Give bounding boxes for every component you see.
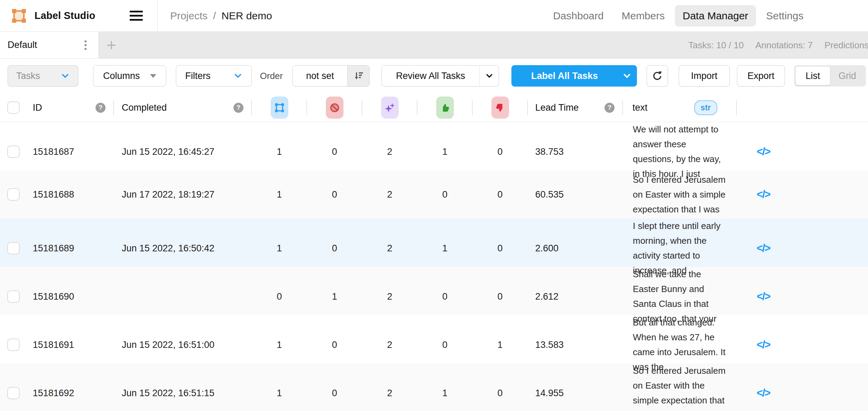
table-row[interactable]: 15181691 Jun 15 2022, 16:51:00 1 0 2 0 1… — [0, 315, 868, 363]
column-header-rejected[interactable] — [472, 93, 528, 122]
row-checkbox[interactable] — [7, 146, 20, 158]
column-type-badge: str — [694, 100, 717, 115]
rejected-count: 0 — [472, 189, 528, 200]
task-id: 15181689 — [26, 243, 114, 254]
app-header: Label Studio Projects / NER demo Dashboa… — [0, 0, 868, 32]
annotations-count: 0 — [252, 291, 307, 302]
hamburger-menu-icon[interactable] — [130, 11, 143, 21]
annotations-count: 1 — [252, 147, 307, 157]
label-all-dropdown-toggle[interactable] — [617, 66, 637, 86]
sort-direction-button[interactable] — [347, 66, 369, 86]
import-label: Import — [691, 71, 718, 81]
column-header-cancelled[interactable] — [307, 93, 362, 122]
column-header-lead-time[interactable]: Lead Time ? — [528, 93, 623, 122]
view-list-button[interactable]: List — [796, 67, 830, 85]
rejected-count: 1 — [472, 340, 528, 350]
task-text-snippet: So I entered Jerusalem on Easter with a … — [623, 172, 737, 217]
row-checkbox[interactable] — [7, 339, 20, 351]
column-header-predictions[interactable] — [362, 93, 417, 122]
predictions-count: 2 — [362, 147, 417, 157]
column-header-completed[interactable]: Completed ? — [114, 93, 252, 122]
task-completed: Jun 15 2022, 16:50:42 — [114, 243, 252, 254]
lead-time: 14.955 — [528, 388, 623, 399]
table-row[interactable]: 15181688 Jun 17 2022, 18:19:27 1 0 2 0 0… — [0, 170, 868, 219]
columns-dropdown-label: Columns — [103, 71, 140, 81]
predictions-count: 2 — [362, 189, 417, 200]
chevron-down-icon — [485, 72, 493, 80]
review-all-tasks-button[interactable]: Review All Tasks — [381, 65, 499, 87]
filters-dropdown[interactable]: Filters — [176, 65, 252, 87]
top-nav: Dashboard Members Data Manager Settings — [546, 5, 868, 27]
show-source-icon[interactable]: </> — [757, 242, 770, 254]
plus-icon — [106, 40, 117, 51]
predictions-count: 2 — [362, 340, 417, 350]
column-label-lead-time: Lead Time — [535, 102, 579, 113]
tab-default[interactable]: Default — [0, 32, 98, 58]
rejected-count: 0 — [472, 147, 528, 157]
column-label-completed: Completed — [122, 102, 167, 113]
nav-data-manager[interactable]: Data Manager — [675, 5, 756, 27]
label-all-tasks-button[interactable]: Label All Tasks — [511, 65, 637, 87]
nav-dashboard[interactable]: Dashboard — [546, 5, 611, 27]
select-all-checkbox[interactable] — [7, 101, 20, 114]
stat-tasks: Tasks: 10 / 10 — [688, 40, 744, 51]
order-value-button[interactable]: not set — [292, 65, 370, 87]
table-row[interactable]: 15181690 0 1 2 0 0 2.612 Shall we take t… — [0, 267, 868, 315]
help-icon[interactable]: ? — [96, 103, 106, 113]
show-source-icon[interactable]: </> — [757, 290, 770, 302]
table-row-highlighted[interactable]: 15181689 Jun 15 2022, 16:50:42 1 0 2 1 0… — [0, 219, 868, 267]
column-header-annotations[interactable] — [252, 93, 307, 122]
export-label: Export — [747, 71, 774, 81]
app-title: Label Studio — [34, 10, 95, 21]
annotations-count: 1 — [252, 243, 307, 254]
show-source-icon[interactable]: </> — [757, 387, 770, 399]
header-divider — [157, 0, 158, 32]
accepted-count: 1 — [417, 388, 472, 399]
table-header: ID ? Completed ? — [0, 93, 868, 122]
review-all-dropdown-toggle[interactable] — [479, 66, 499, 86]
show-source-icon[interactable]: </> — [757, 146, 770, 158]
show-source-icon[interactable]: </> — [757, 188, 770, 200]
row-checkbox[interactable] — [7, 290, 20, 303]
chevron-down-icon — [233, 71, 242, 80]
predictions-count: 2 — [362, 388, 417, 399]
show-source-icon[interactable]: </> — [757, 339, 770, 351]
column-header-id[interactable]: ID ? — [26, 93, 114, 122]
task-list: 15181687 Jun 15 2022, 16:45:27 1 0 2 1 0… — [0, 122, 868, 411]
tab-stats: Tasks: 10 / 10 Annotations: 7 Prediction… — [688, 32, 868, 59]
table-row[interactable]: 15181692 Jun 15 2022, 16:51:15 1 0 2 1 0… — [0, 363, 868, 411]
export-button[interactable]: Export — [737, 65, 785, 87]
tab-label: Default — [8, 40, 37, 50]
tasks-dropdown[interactable]: Tasks — [8, 65, 78, 87]
predictions-count: 2 — [362, 291, 417, 302]
column-header-accepted[interactable] — [417, 93, 472, 122]
add-tab-button[interactable] — [98, 32, 124, 58]
task-id: 15181687 — [26, 147, 114, 157]
row-checkbox[interactable] — [7, 242, 20, 254]
help-icon[interactable]: ? — [605, 103, 615, 113]
task-id: 15181688 — [26, 189, 114, 200]
row-checkbox[interactable] — [7, 387, 20, 399]
table-row[interactable]: 15181687 Jun 15 2022, 16:45:27 1 0 2 1 0… — [0, 122, 868, 170]
predictions-sparkles-icon — [381, 97, 399, 119]
lead-time: 38.753 — [528, 147, 623, 157]
columns-dropdown[interactable]: Columns — [93, 65, 166, 87]
import-button[interactable]: Import — [679, 65, 730, 87]
row-checkbox[interactable] — [7, 188, 20, 201]
rejected-count: 0 — [472, 388, 528, 399]
skipped-count-icon — [326, 97, 343, 119]
tab-menu-kebab-icon[interactable] — [82, 38, 89, 52]
column-header-text[interactable]: text str — [623, 93, 737, 122]
nav-settings[interactable]: Settings — [759, 5, 811, 27]
task-text-snippet: So I entered Jerusalem on Easter with th… — [623, 363, 737, 411]
order-value: not set — [293, 71, 347, 81]
refresh-button[interactable] — [647, 65, 668, 87]
task-completed: Jun 15 2022, 16:51:00 — [114, 340, 252, 350]
tab-bar: Default Tasks: 10 / 10 Annotations: 7 Pr… — [0, 32, 868, 59]
breadcrumb-projects[interactable]: Projects — [170, 10, 207, 22]
help-icon[interactable]: ? — [233, 103, 243, 113]
nav-members[interactable]: Members — [614, 5, 672, 27]
view-grid-button[interactable]: Grid — [830, 67, 865, 85]
lead-time: 2.612 — [528, 291, 623, 302]
thumbs-up-icon — [436, 97, 454, 119]
